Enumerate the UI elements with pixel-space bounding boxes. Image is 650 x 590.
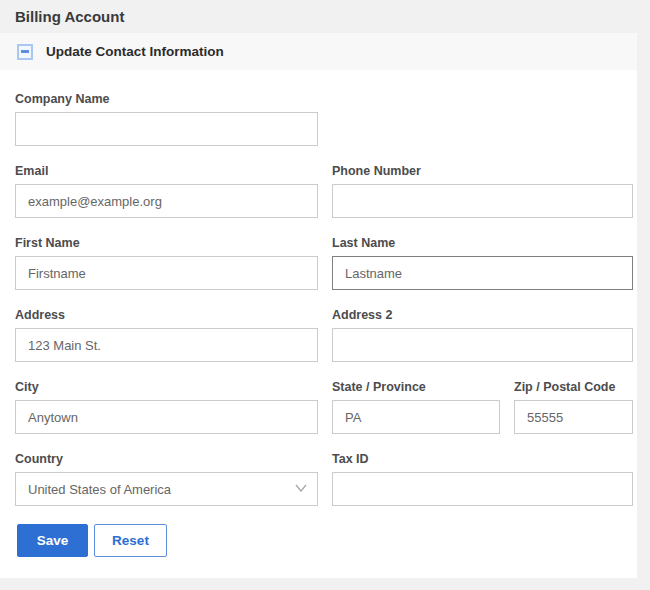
phone-label: Phone Number: [332, 164, 633, 179]
email-phone-row: Email Phone Number: [15, 164, 633, 218]
page-title: Billing Account: [15, 8, 124, 25]
zip-field: Zip / Postal Code: [514, 380, 633, 434]
address2-label: Address 2: [332, 308, 633, 323]
company-name-field: Company Name: [15, 92, 318, 146]
zip-label: Zip / Postal Code: [514, 380, 633, 395]
state-field: State / Province: [332, 380, 500, 434]
panel-header: Update Contact Information: [0, 33, 637, 70]
address2-field: Address 2: [332, 308, 633, 362]
tax-id-input[interactable]: [332, 472, 633, 506]
company-name-label: Company Name: [15, 92, 318, 107]
country-select-wrap: United States of America: [15, 472, 318, 506]
address-row: Address Address 2: [15, 308, 633, 362]
last-name-label: Last Name: [332, 236, 633, 251]
name-row: First Name Last Name: [15, 236, 633, 290]
city-input[interactable]: [15, 400, 318, 434]
first-name-field: First Name: [15, 236, 318, 290]
address-field: Address: [15, 308, 318, 362]
email-input[interactable]: [15, 184, 318, 218]
email-label: Email: [15, 164, 318, 179]
tax-id-field: Tax ID: [332, 452, 633, 506]
state-input[interactable]: [332, 400, 500, 434]
city-label: City: [15, 380, 318, 395]
company-row: Company Name: [15, 92, 633, 146]
email-field: Email: [15, 164, 318, 218]
first-name-input[interactable]: [15, 256, 318, 290]
last-name-input[interactable]: [332, 256, 633, 290]
last-name-field: Last Name: [332, 236, 633, 290]
address-input[interactable]: [15, 328, 318, 362]
minus-square-icon: [21, 50, 29, 53]
form-actions: Save Reset: [17, 524, 637, 557]
phone-input[interactable]: [332, 184, 633, 218]
country-tax-row: Country United States of America Tax ID: [15, 452, 633, 506]
address2-input[interactable]: [332, 328, 633, 362]
page-title-bar: Billing Account: [0, 0, 650, 33]
country-field: Country United States of America: [15, 452, 318, 506]
country-label: Country: [15, 452, 318, 467]
first-name-label: First Name: [15, 236, 318, 251]
reset-button[interactable]: Reset: [94, 524, 167, 557]
collapse-toggle-button[interactable]: [17, 44, 33, 60]
state-label: State / Province: [332, 380, 500, 395]
phone-field: Phone Number: [332, 164, 633, 218]
company-name-input[interactable]: [15, 112, 318, 146]
tax-id-label: Tax ID: [332, 452, 633, 467]
billing-card: Update Contact Information Company Name …: [0, 33, 637, 578]
contact-form: Company Name Email Phone Number First Na…: [0, 70, 637, 568]
zip-input[interactable]: [514, 400, 633, 434]
city-state-zip-row: City State / Province Zip / Postal Code: [15, 380, 633, 434]
city-field: City: [15, 380, 318, 434]
save-button[interactable]: Save: [17, 524, 88, 557]
panel-title: Update Contact Information: [46, 44, 224, 59]
country-select[interactable]: United States of America: [15, 472, 318, 506]
address-label: Address: [15, 308, 318, 323]
